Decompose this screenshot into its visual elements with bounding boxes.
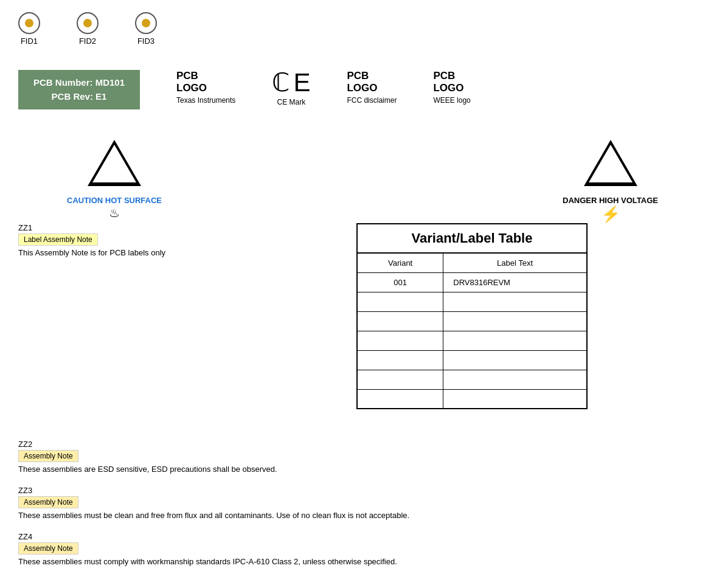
- fid-row: FID1 FID2 FID3: [18, 12, 707, 46]
- danger-triangle-outer: [584, 140, 637, 186]
- warning-row: ♨ CAUTION HOT SURFACE ⚡ DANGER HIGH VOLT…: [18, 140, 707, 205]
- variant-cell-0: 001: [357, 272, 443, 292]
- pcb-number: PCB Number: MD101: [29, 76, 129, 90]
- variant-table: Variant/Label Table Variant Label Text 0…: [356, 223, 588, 409]
- variant-cell-4: [357, 350, 443, 370]
- left-panel: ZZ1 Label Assembly Note This Assembly No…: [18, 223, 213, 427]
- fid-item-2: FID2: [77, 12, 99, 46]
- label-text-cell-6: [443, 389, 587, 409]
- ce-sub: CE Mark: [277, 98, 306, 106]
- variant-table-title-row: Variant/Label Table: [357, 224, 587, 253]
- zz1-id: ZZ1: [18, 223, 213, 232]
- zz1-text: This Assembly Note is for PCB labels onl…: [18, 248, 213, 257]
- ce-mark-block: ℂ Ε CE Mark: [272, 70, 310, 106]
- zz4-badge: Assembly Note: [18, 542, 78, 555]
- zz1-section: ZZ1 Label Assembly Note This Assembly No…: [18, 223, 213, 257]
- table-row: 001 DRV8316REVM: [357, 272, 587, 292]
- label-text-cell-4: [443, 350, 587, 370]
- danger-label: DANGER HIGH VOLTAGE: [563, 196, 658, 205]
- fid-label-3: FID3: [137, 36, 154, 46]
- fcc-logo-sub: FCC disclaimer: [347, 96, 397, 105]
- label-text-cell-2: [443, 311, 587, 331]
- table-row: [357, 311, 587, 331]
- zz3-id: ZZ3: [18, 486, 707, 495]
- zz3-text: These assemblies must be clean and free …: [18, 511, 707, 520]
- variant-cell-6: [357, 389, 443, 409]
- caution-label: CAUTION HOT SURFACE: [67, 196, 162, 205]
- variant-table-section: Variant/Label Table Variant Label Text 0…: [237, 223, 707, 409]
- pcb-rev: PCB Rev: E1: [29, 90, 129, 104]
- caution-triangle-wrapper: ♨: [88, 140, 141, 186]
- table-row: [357, 389, 587, 409]
- hot-surface-icon: ♨: [109, 206, 120, 220]
- table-row: [357, 370, 587, 389]
- fid-item-1: FID1: [18, 12, 40, 46]
- zz2-id: ZZ2: [18, 440, 707, 449]
- fid-dot-1: [25, 19, 33, 27]
- variant-cell-3: [357, 331, 443, 350]
- weee-logo-text: PCBLOGO: [433, 70, 463, 95]
- danger-high-voltage-block: ⚡ DANGER HIGH VOLTAGE: [563, 140, 658, 205]
- fid-label-1: FID1: [21, 36, 38, 46]
- table-row: [357, 350, 587, 370]
- caution-triangle-outer: [88, 140, 141, 186]
- weee-logo-block: PCBLOGO WEEE logo: [433, 70, 470, 105]
- ti-logo-sub: Texas Instruments: [176, 96, 235, 105]
- fid-circle-2: [77, 12, 99, 34]
- variant-cell-2: [357, 311, 443, 331]
- caution-hot-surface-block: ♨ CAUTION HOT SURFACE: [67, 140, 162, 205]
- zz3-badge: Assembly Note: [18, 496, 78, 508]
- e-symbol: Ε: [293, 70, 310, 95]
- fcc-logo-block: PCBLOGO FCC disclaimer: [347, 70, 397, 105]
- zz4-section: ZZ4 Assembly Note These assemblies must …: [18, 532, 707, 566]
- variant-table-header: Variant Label Text: [357, 253, 587, 272]
- variant-col-header: Variant: [357, 253, 443, 272]
- right-panel: Variant/Label Table Variant Label Text 0…: [237, 223, 707, 427]
- zz1-badge: Label Assembly Note: [18, 233, 98, 246]
- zz3-section: ZZ3 Assembly Note These assemblies must …: [18, 486, 707, 520]
- variant-table-title: Variant/Label Table: [357, 224, 587, 253]
- zz2-section: ZZ2 Assembly Note These assemblies are E…: [18, 440, 707, 474]
- label-text-cell-5: [443, 370, 587, 389]
- weee-logo-sub: WEEE logo: [433, 96, 470, 105]
- fid-label-2: FID2: [79, 36, 96, 46]
- ti-logo-block: PCBLOGO Texas Instruments: [176, 70, 235, 105]
- table-row: [357, 292, 587, 311]
- label-text-col-header: Label Text: [443, 253, 587, 272]
- variant-cell-1: [357, 292, 443, 311]
- zz2-badge: Assembly Note: [18, 450, 78, 462]
- c-symbol: ℂ: [272, 70, 291, 95]
- danger-triangle-inner: [589, 145, 633, 182]
- bottom-notes: ZZ2 Assembly Note These assemblies are E…: [18, 440, 707, 566]
- zz4-id: ZZ4: [18, 532, 707, 541]
- caution-triangle-inner: [92, 145, 136, 182]
- label-text-cell-0: DRV8316REVM: [443, 272, 587, 292]
- fid-dot-2: [83, 19, 92, 27]
- main-content: ZZ1 Label Assembly Note This Assembly No…: [18, 223, 707, 427]
- fid-item-3: FID3: [135, 12, 157, 46]
- header-row: PCB Number: MD101 PCB Rev: E1 PCBLOGO Te…: [18, 70, 707, 109]
- pcb-info-box: PCB Number: MD101 PCB Rev: E1: [18, 70, 140, 109]
- fid-dot-3: [142, 19, 150, 27]
- voltage-bolt-icon: ⚡: [601, 205, 620, 224]
- fid-circle-1: [18, 12, 40, 34]
- zz4-text: These assemblies must comply with workma…: [18, 557, 707, 566]
- table-row: [357, 331, 587, 350]
- label-text-cell-1: [443, 292, 587, 311]
- variant-cell-5: [357, 370, 443, 389]
- ce-symbols: ℂ Ε: [272, 70, 310, 95]
- danger-triangle-wrapper: ⚡: [584, 140, 637, 186]
- zz2-text: These assemblies are ESD sensitive, ESD …: [18, 465, 707, 474]
- label-text-cell-3: [443, 331, 587, 350]
- ti-logo-text: PCBLOGO: [176, 70, 207, 95]
- fid-circle-3: [135, 12, 157, 34]
- fcc-logo-text: PCBLOGO: [347, 70, 377, 95]
